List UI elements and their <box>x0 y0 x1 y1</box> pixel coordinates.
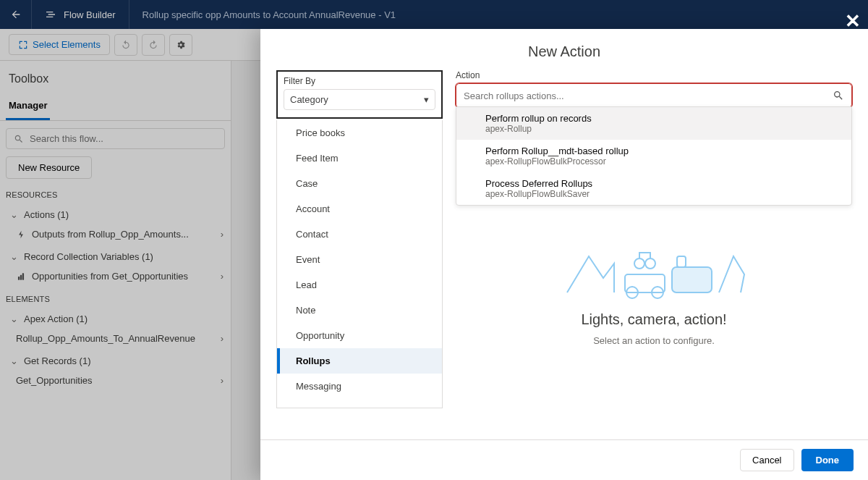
cancel-button[interactable]: Cancel <box>740 449 793 471</box>
svg-point-4 <box>645 258 655 269</box>
action-dropdown: Perform rollup on recordsapex-RollupPerf… <box>456 106 852 206</box>
category-item[interactable]: Account <box>277 196 442 222</box>
category-item[interactable]: Feed Item <box>277 146 442 171</box>
modal-footer: Cancel Done <box>260 439 868 480</box>
svg-point-3 <box>634 258 644 269</box>
action-search-input[interactable] <box>464 90 827 101</box>
category-item[interactable]: Contact <box>277 222 442 247</box>
filter-by-label: Filter By <box>284 76 435 89</box>
placeholder-sub: Select an action to configure. <box>456 335 852 346</box>
action-option[interactable]: Process Deferred Rollupsapex-RollupFlowB… <box>456 172 851 205</box>
category-list: Price booksFeed ItemCaseAccountContactEv… <box>276 120 443 408</box>
category-item[interactable]: Price books <box>277 120 442 146</box>
action-option[interactable]: Perform Rollup__mdt-based rollupapex-Rol… <box>456 140 851 172</box>
category-item[interactable]: Rollups <box>277 348 442 374</box>
category-item[interactable]: Messaging <box>277 374 442 399</box>
chevron-down-icon: ▾ <box>424 94 429 105</box>
filter-by-select[interactable]: Category ▾ <box>284 89 435 110</box>
category-item[interactable]: Case <box>277 171 442 196</box>
done-button[interactable]: Done <box>801 449 854 471</box>
search-icon <box>833 90 844 101</box>
modal-title: New Action <box>260 29 868 70</box>
svg-rect-5 <box>672 267 712 292</box>
category-item[interactable]: Lead <box>277 272 442 298</box>
category-item[interactable]: Notifications <box>277 399 442 408</box>
close-icon[interactable]: ✕ <box>845 10 861 33</box>
category-item[interactable]: Note <box>277 298 442 323</box>
svg-rect-6 <box>677 256 686 267</box>
placeholder-title: Lights, camera, action! <box>456 311 852 328</box>
action-option[interactable]: Perform rollup on recordsapex-Rollup <box>456 107 851 140</box>
svg-rect-0 <box>625 274 665 292</box>
category-item[interactable]: Opportunity <box>277 323 442 348</box>
category-item[interactable]: Event <box>277 247 442 272</box>
placeholder-illustration <box>560 235 748 300</box>
new-action-modal: New Action Filter By Category ▾ Price bo… <box>260 29 868 480</box>
action-search[interactable] <box>456 83 852 108</box>
action-field-label: Action <box>456 70 852 80</box>
filter-by-box: Filter By Category ▾ <box>276 70 443 119</box>
